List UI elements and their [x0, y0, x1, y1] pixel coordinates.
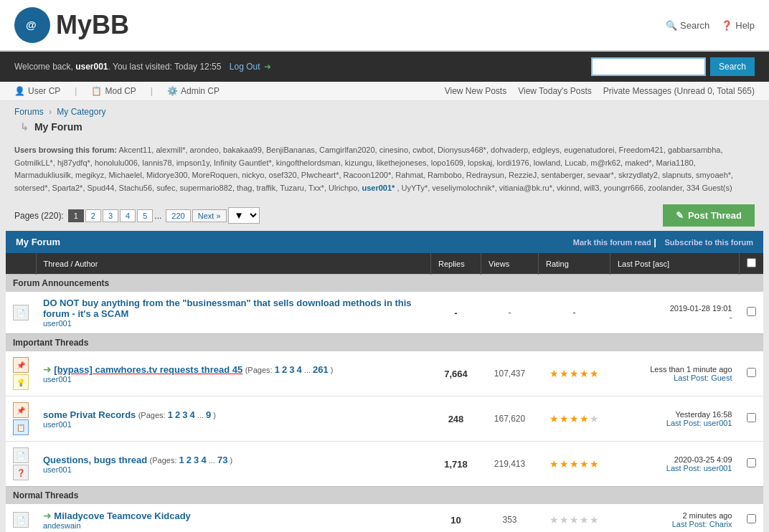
last-post-author-link[interactable]: Last Post: Guest [674, 374, 732, 382]
thread-replies: 248 [431, 396, 481, 442]
thread-page-link[interactable]: 2 [282, 364, 287, 375]
table-row: 📄 DO NOT buy anything from the "business… [6, 292, 763, 334]
thread-views: 353 [481, 504, 539, 532]
admin-cp-icon: ⚙️ [167, 86, 178, 96]
private-messages-link[interactable]: Private Messages [603, 86, 671, 96]
forum-table: Thread / Author Replies Views Rating Las… [6, 253, 763, 532]
svg-text:@: @ [26, 19, 37, 31]
table-row: 📌 💡 ➜ [bypass] camwhores.tv requests thr… [6, 351, 763, 396]
nav-sep2: | [151, 86, 153, 96]
section-label: Important Threads [6, 334, 763, 352]
users-browsing: Users browsing this forum: Akcent11, ale… [0, 138, 769, 200]
thread-author-link[interactable]: user001 [43, 375, 72, 384]
thread-type-icon: 📄 [13, 305, 29, 320]
welcome-bar: Welcome back, user001. You last visited:… [0, 52, 769, 82]
thread-author: andeswain [43, 521, 424, 530]
thread-page-link[interactable]: 9 [206, 409, 211, 420]
table-row: 📌 📋 some Privat Records (Pages: 1 2 3 4 … [6, 396, 763, 442]
thread-page-link[interactable]: 3 [194, 455, 199, 465]
page-last[interactable]: 220 [166, 209, 190, 222]
thread-title-link[interactable]: some Privat Records [43, 409, 136, 420]
page-4[interactable]: 4 [120, 209, 136, 222]
thread-checkbox[interactable] [747, 413, 756, 422]
thread-title-link[interactable]: [bypass] camwhores.tv requests thread 45 [54, 364, 242, 375]
view-today-posts-link[interactable]: View Today's Posts [518, 86, 592, 96]
forum-table-title: My Forum [16, 237, 60, 247]
thread-author-link[interactable]: andeswain [43, 521, 81, 530]
post-thread-button[interactable]: ✎ Post Thread [663, 204, 755, 227]
thread-author: user001 [43, 420, 424, 429]
thread-page-link[interactable]: 1 [179, 455, 184, 465]
thread-checkbox-cell [740, 442, 764, 487]
next-page[interactable]: Next » [192, 209, 227, 222]
thread-checkbox[interactable] [747, 458, 756, 467]
thread-author-link[interactable]: user001 [43, 465, 72, 474]
user-cp-link[interactable]: 👤 User CP [14, 86, 60, 96]
thread-page-link[interactable]: 4 [297, 364, 302, 375]
forum-header-bar: My Forum Mark this forum read | Subscrib… [6, 231, 763, 253]
breadcrumb-forums[interactable]: Forums [14, 107, 44, 117]
page-2[interactable]: 2 [85, 209, 101, 222]
mark-forum-read-link[interactable]: Mark this forum read [573, 238, 651, 247]
thread-title-cell: DO NOT buy anything from the "businessma… [36, 292, 431, 334]
thread-page-link[interactable]: 3 [182, 409, 187, 420]
thread-author: user001 [43, 375, 424, 384]
search-link[interactable]: 🔍 Search [666, 20, 709, 31]
search-input[interactable] [591, 57, 706, 76]
rating-empty-stars: ★ [590, 413, 600, 424]
thread-icon-cell: 📄 [6, 292, 36, 334]
mod-cp-icon: 📋 [91, 86, 102, 96]
mod-cp-link[interactable]: 📋 Mod CP [91, 86, 136, 96]
highlighted-user-link[interactable]: user001* [362, 184, 395, 192]
thread-page-link[interactable]: 4 [190, 409, 195, 420]
thread-views: 219,413 [481, 442, 539, 487]
help-link[interactable]: ❓ Help [721, 20, 755, 31]
thread-page-link[interactable]: 1 [275, 364, 280, 375]
site-header: @ MyBB 🔍 Search ❓ Help [0, 0, 769, 52]
admin-cp-link[interactable]: ⚙️ Admin CP [167, 86, 220, 96]
thread-title-link[interactable]: Miladycove Teamcove Kidcady [54, 510, 191, 521]
select-all-checkbox[interactable] [747, 258, 756, 267]
page-1[interactable]: 1 [68, 209, 84, 222]
last-post-author-link[interactable]: Last Post: Charix [672, 520, 732, 528]
last-post-author-link[interactable]: Last Post: user001 [666, 464, 732, 472]
forum-container: My Forum Mark this forum read | Subscrib… [6, 231, 763, 532]
header-links: 🔍 Search ❓ Help [666, 20, 755, 31]
thread-folder-icon: ❓ [13, 465, 29, 480]
thread-page-link[interactable]: 73 [217, 455, 227, 465]
search-button[interactable]: Search [710, 57, 755, 76]
thread-rating: ★★★★★ [539, 504, 610, 532]
section-label: Normal Threads [6, 487, 763, 505]
logout-link[interactable]: Log Out [230, 62, 260, 72]
thread-page-link[interactable]: 2 [187, 455, 192, 465]
thread-author-link[interactable]: user001 [43, 420, 72, 429]
page-5[interactable]: 5 [137, 209, 153, 222]
thread-title-cell: ➜ Miladycove Teamcove Kidcady andeswain [36, 504, 431, 532]
thread-checkbox-cell [740, 396, 764, 442]
subscribe-forum-link[interactable]: Subscribe to this forum [665, 238, 753, 247]
thread-page-link[interactable]: 4 [201, 455, 206, 465]
breadcrumb-category[interactable]: My Category [57, 107, 105, 117]
thread-author: user001 [43, 319, 424, 328]
thread-page-link[interactable]: 261 [313, 364, 329, 375]
thread-checkbox[interactable] [747, 307, 756, 316]
thread-last-post: 2 minutes ago Last Post: Charix [610, 504, 740, 532]
col-lastpost-header: Last Post [asc] [610, 253, 740, 275]
thread-title-link[interactable]: DO NOT buy anything from the "businessma… [43, 298, 412, 319]
thread-page-link[interactable]: 3 [289, 364, 294, 375]
thread-title-link[interactable]: Questions, bugs thread [43, 455, 147, 465]
last-post-author-link[interactable]: Last Post: user001 [666, 419, 732, 427]
view-new-posts-link[interactable]: View New Posts [445, 86, 506, 96]
thread-checkbox[interactable] [747, 368, 756, 377]
page-dropdown[interactable]: ▼ [228, 207, 260, 224]
pagination-bar: Pages (220): 1 2 3 4 5 ... 220 Next » ▼ … [0, 200, 769, 231]
thread-checkbox[interactable] [747, 514, 756, 523]
thread-author-link[interactable]: user001 [43, 319, 72, 328]
thread-rating: ★★★★★ [539, 351, 610, 396]
thread-page-link[interactable]: 2 [175, 409, 180, 420]
thread-title: ➜ Miladycove Teamcove Kidcady [43, 510, 424, 521]
page-3[interactable]: 3 [103, 209, 118, 222]
thread-title-cell: ➜ [bypass] camwhores.tv requests thread … [36, 351, 431, 396]
thread-pages: (Pages: 1 2 3 4 ... 73 ) [150, 456, 233, 465]
thread-page-link[interactable]: 1 [168, 409, 173, 420]
